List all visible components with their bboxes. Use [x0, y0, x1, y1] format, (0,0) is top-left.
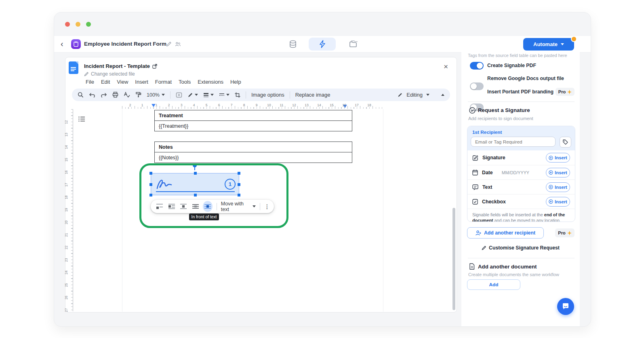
field-row-text: Text Insert [467, 180, 575, 194]
replace-image-button[interactable]: Replace image [295, 92, 330, 98]
share-users-icon[interactable] [175, 41, 181, 47]
menu-file[interactable]: File [86, 79, 94, 85]
border-weight-tool[interactable] [203, 93, 214, 97]
recipient-email-input[interactable] [471, 137, 556, 147]
insert-signature-button[interactable]: Insert [546, 153, 570, 163]
left-indent-marker[interactable] [152, 104, 156, 107]
insert-target-icon [549, 170, 553, 175]
ruler-number: 9 [256, 103, 258, 107]
insert-checkbox-button[interactable]: Insert [546, 197, 570, 207]
sparkle-icon [567, 231, 572, 235]
chat-support-button[interactable] [557, 298, 574, 315]
docs-menubar: File Edit View Insert Format Tools Exten… [86, 79, 241, 85]
line-weight-icon [203, 93, 209, 97]
ruler-number: 15 [330, 103, 333, 107]
ruler-number: 16 [64, 170, 68, 174]
ruler-number: 16 [342, 103, 346, 107]
ruler-number: 17 [64, 183, 68, 186]
menu-extensions[interactable]: Extensions [198, 79, 223, 85]
menu-edit[interactable]: Edit [101, 79, 110, 85]
spellcheck-icon[interactable] [124, 92, 130, 98]
folder-icon[interactable] [349, 40, 358, 48]
add-document-subtitle: Create multiple documents the same workf… [468, 272, 559, 277]
ruler-number: 15 [64, 158, 68, 161]
add-label: Add [489, 282, 499, 287]
vertical-scrollbar[interactable] [452, 208, 455, 310]
app-header: ‹ Employee Incident Report Form Automate [54, 36, 591, 53]
document-outline-icon[interactable] [78, 116, 85, 122]
rename-icon[interactable] [166, 41, 172, 47]
paint-format-icon[interactable] [135, 92, 141, 98]
open-external-icon[interactable] [152, 64, 157, 69]
tag-picker-button[interactable] [560, 137, 571, 148]
document-icon [469, 263, 475, 270]
notification-dot [571, 36, 577, 42]
clipboard-icon [74, 41, 78, 47]
print-icon[interactable] [112, 92, 118, 98]
search-icon[interactable] [78, 92, 84, 98]
template-title: Incident Report - Template [84, 63, 150, 69]
pro-label: Pro [558, 89, 566, 94]
add-document-title: Add another document [478, 264, 537, 270]
crop-icon[interactable] [235, 92, 240, 98]
ruler-number: 8 [243, 103, 245, 107]
ruler-number: 17 [355, 103, 358, 107]
field-label: Signature [482, 155, 505, 161]
insert-label: Insert [555, 185, 567, 190]
close-window-icon[interactable] [65, 22, 70, 27]
menu-insert[interactable]: Insert [135, 79, 148, 85]
ruler-number: 12 [64, 120, 68, 124]
add-comment-icon[interactable] [176, 92, 182, 98]
image-options-button[interactable]: Image options [251, 92, 284, 98]
menu-tools[interactable]: Tools [179, 79, 191, 85]
pencil-icon [84, 72, 89, 76]
back-icon[interactable]: ‹ [61, 39, 63, 48]
remove-gdocs-output-toggle[interactable] [470, 82, 484, 90]
ruler-number: 4 [193, 103, 195, 107]
tab-automations[interactable] [309, 38, 336, 51]
note-text: Signable fields will be inserted at the [472, 212, 544, 217]
dash-style-icon [219, 93, 225, 97]
ruler-number: 25 [64, 283, 68, 287]
ruler-number: 3 [181, 103, 183, 107]
insert-target-icon [549, 199, 553, 204]
menu-format[interactable]: Format [155, 79, 172, 85]
zoom-select[interactable]: 100% [147, 92, 165, 98]
menu-help[interactable]: Help [230, 79, 241, 85]
customise-signature-link[interactable]: Customise Signature Request [461, 245, 580, 251]
recipient-label: 1st Recipient [472, 129, 502, 135]
field-label: Date [482, 170, 493, 175]
table-value-cell: {{Notes}} [155, 152, 352, 163]
ruler-number: 13 [64, 133, 68, 136]
ruler-number: 27 [64, 308, 68, 312]
create-signable-pdf-toggle[interactable] [470, 62, 484, 70]
add-recipient-label: Add another recipient [484, 230, 535, 236]
collapse-toolbar-icon[interactable] [441, 94, 444, 96]
field-label: Text [482, 184, 492, 190]
change-selected-file[interactable]: Change selected file [84, 71, 135, 77]
field-label: Checkbox [482, 199, 506, 205]
data-source-icon[interactable] [288, 40, 297, 49]
maximize-window-icon[interactable] [86, 22, 91, 27]
tag-icon [563, 139, 568, 145]
insert-date-button[interactable]: Insert [546, 168, 570, 177]
add-recipient-button[interactable]: Add another recipient [467, 227, 544, 239]
menu-view[interactable]: View [117, 79, 128, 85]
automate-button[interactable]: Automate [523, 38, 574, 51]
insert-target-icon [549, 185, 553, 189]
insert-text-button[interactable]: Insert [546, 182, 570, 192]
border-dash-tool[interactable] [219, 93, 229, 97]
ruler-number: 20 [64, 220, 68, 224]
undo-icon[interactable] [89, 92, 95, 98]
border-color-tool[interactable] [187, 92, 198, 98]
add-document-button[interactable]: Add [467, 279, 520, 290]
ruler-number: 19 [64, 208, 68, 211]
tags-hint-text: Tags from the source field table can be … [468, 53, 576, 58]
close-icon[interactable]: × [444, 63, 448, 70]
pro-badge: Pro [556, 88, 575, 96]
minimize-window-icon[interactable] [76, 22, 80, 27]
mode-selector[interactable]: Editing [398, 92, 429, 98]
zoom-value: 100% [147, 92, 160, 98]
pro-label: Pro [558, 230, 565, 235]
redo-icon[interactable] [101, 92, 107, 98]
